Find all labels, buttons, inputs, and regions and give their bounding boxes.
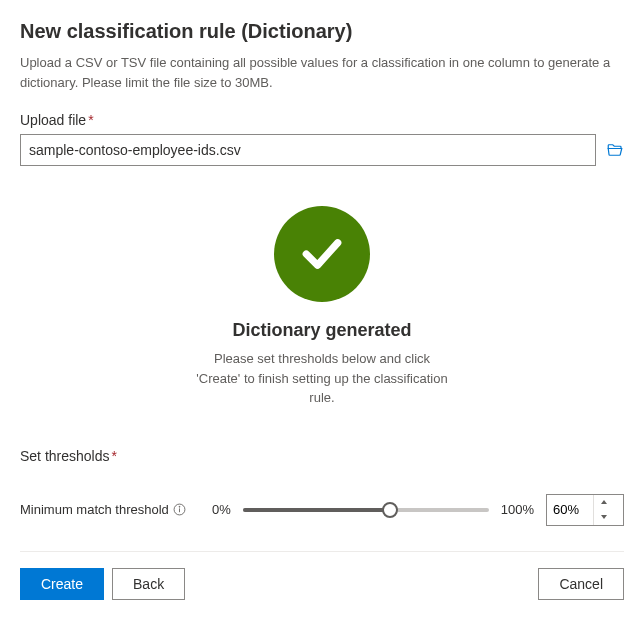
upload-file-input[interactable] xyxy=(20,134,596,166)
status-block: Dictionary generated Please set threshol… xyxy=(20,206,624,408)
min-match-label: Minimum match threshold xyxy=(20,502,200,517)
footer-spacer xyxy=(193,568,530,600)
page-description: Upload a CSV or TSV file containing all … xyxy=(20,53,624,92)
min-match-slider[interactable] xyxy=(243,502,489,518)
upload-file-label-text: Upload file xyxy=(20,112,86,128)
slider-min-label: 0% xyxy=(212,502,231,517)
spinner-up-button[interactable] xyxy=(594,495,613,510)
cancel-button[interactable]: Cancel xyxy=(538,568,624,600)
spinner-arrows xyxy=(593,495,613,525)
set-thresholds-text: Set thresholds xyxy=(20,448,110,464)
slider-thumb[interactable] xyxy=(382,502,398,518)
min-match-label-text: Minimum match threshold xyxy=(20,502,169,517)
folder-open-icon[interactable] xyxy=(606,141,624,159)
upload-file-label: Upload file* xyxy=(20,112,624,128)
back-button[interactable]: Back xyxy=(112,568,185,600)
create-button[interactable]: Create xyxy=(20,568,104,600)
status-title: Dictionary generated xyxy=(232,320,411,341)
min-match-spinner xyxy=(546,494,624,526)
min-match-threshold-row: Minimum match threshold 0% 100% xyxy=(20,494,624,526)
required-asterisk: * xyxy=(112,448,117,464)
checkmark-circle-icon xyxy=(274,206,370,302)
spinner-down-button[interactable] xyxy=(594,510,613,525)
slider-track-fill xyxy=(243,508,391,512)
min-match-value-input[interactable] xyxy=(547,502,593,517)
upload-file-row xyxy=(20,134,624,166)
required-asterisk: * xyxy=(88,112,93,128)
slider-max-label: 100% xyxy=(501,502,534,517)
status-description: Please set thresholds below and click 'C… xyxy=(192,349,452,408)
svg-point-2 xyxy=(179,506,180,507)
page-title: New classification rule (Dictionary) xyxy=(20,20,624,43)
info-icon[interactable] xyxy=(173,503,186,516)
set-thresholds-heading: Set thresholds* xyxy=(20,448,624,464)
footer: Create Back Cancel xyxy=(20,551,624,600)
